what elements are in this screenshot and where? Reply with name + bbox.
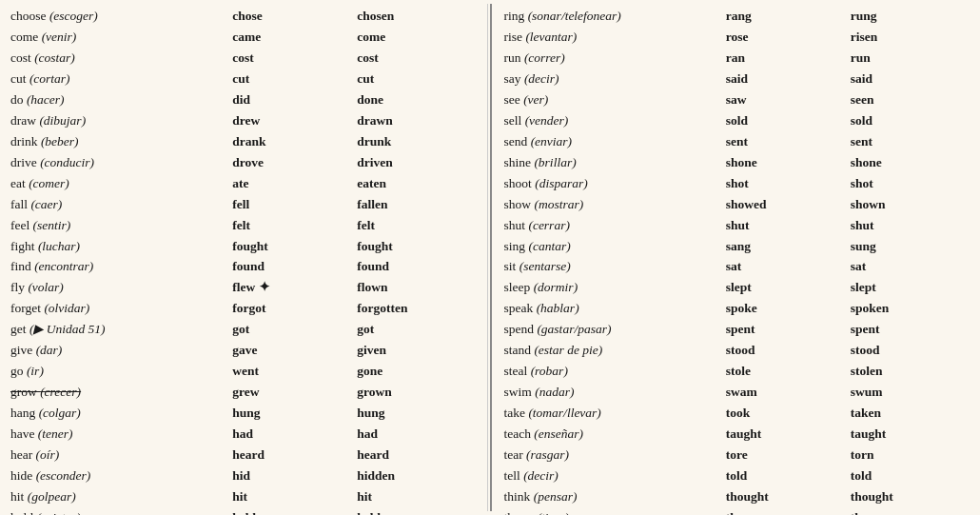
past-participle: grown (354, 382, 479, 403)
past-participle: shut (848, 214, 972, 235)
past-simple: did (229, 89, 354, 110)
base-form: forget (olvidar) (8, 298, 229, 319)
past-participle: got (354, 319, 479, 340)
past-participle: done (354, 89, 479, 110)
table-row: swim (nadar)swamswum (501, 382, 973, 403)
table-row: come (venir)camecome (8, 27, 480, 48)
table-row: steal (robar)stolestolen (501, 361, 973, 382)
past-simple: drove (229, 152, 354, 173)
past-participle: chosen (354, 6, 479, 27)
base-form: choose (escoger) (8, 6, 229, 27)
base-form: fall (caer) (8, 193, 229, 214)
table-row: drive (conducir)drovedriven (8, 152, 480, 173)
base-form: steal (robar) (501, 361, 723, 382)
table-row: fall (caer)fellfallen (8, 193, 480, 214)
base-form: hang (colgar) (8, 403, 229, 424)
past-simple: stood (723, 340, 848, 361)
past-simple: shone (723, 152, 848, 173)
past-participle: sold (848, 110, 972, 131)
past-participle: run (848, 48, 972, 69)
past-simple: flew ✦ (229, 277, 354, 298)
table-row: see (ver)sawseen (501, 89, 973, 110)
past-participle: flown (354, 277, 479, 298)
base-form: have (tener) (8, 424, 229, 445)
table-row: go (ir)wentgone (8, 361, 480, 382)
past-simple: stole (723, 361, 848, 382)
base-form: run (correr) (501, 48, 723, 69)
past-participle: taught (848, 424, 972, 445)
table-row: cost (costar)costcost (8, 48, 480, 69)
past-participle: thrown (848, 507, 972, 516)
past-participle: spoken (848, 298, 972, 319)
base-form: feel (sentir) (8, 214, 229, 235)
table-row: feel (sentir)feltfelt (8, 214, 480, 235)
table-row: think (pensar)thoughtthought (501, 486, 973, 507)
table-row: give (dar)gavegiven (8, 340, 480, 361)
table-row: say (decir)saidsaid (501, 69, 973, 89)
base-form: drink (beber) (8, 131, 229, 152)
base-form: hear (oír) (8, 445, 229, 465)
past-simple: forgot (229, 298, 354, 319)
past-simple: rang (723, 6, 848, 27)
base-form: send (enviar) (501, 131, 723, 152)
table-row: hide (esconder)hidhidden (8, 465, 480, 486)
base-form: sit (sentarse) (501, 256, 723, 277)
base-form: shoot (disparar) (501, 173, 723, 194)
past-participle: torn (848, 445, 972, 465)
past-simple: gave (229, 340, 354, 361)
table-row: show (mostrar)showedshown (501, 193, 973, 214)
table-row: rise (levantar)roserisen (501, 27, 973, 48)
past-participle: come (354, 27, 479, 48)
past-participle: seen (848, 89, 972, 110)
past-participle: driven (354, 152, 479, 173)
past-participle: shot (848, 173, 972, 194)
table-row: ring (sonar/telefonear)rangrung (501, 6, 973, 27)
past-participle: forgotten (354, 298, 479, 319)
base-form: fly (volar) (8, 277, 229, 298)
base-form: do (hacer) (8, 89, 229, 110)
base-form: cut (cortar) (8, 69, 229, 89)
past-participle: felt (354, 214, 479, 235)
past-participle: sat (848, 256, 972, 277)
past-simple: chose (229, 6, 354, 27)
past-simple: felt (229, 214, 354, 235)
table-row: tear (rasgar)toretorn (501, 445, 973, 465)
base-form: fight (luchar) (8, 235, 229, 256)
past-simple: shot (723, 173, 848, 194)
base-form: throw (tirar) (501, 507, 723, 516)
table-row: shut (cerrar)shutshut (501, 214, 973, 235)
right-table: ring (sonar/telefonear)rangrungrise (lev… (501, 6, 973, 515)
table-row: hit (golpear)hithit (8, 486, 480, 507)
table-row: cut (cortar)cutcut (8, 69, 480, 89)
past-participle: cut (354, 69, 479, 89)
table-row: forget (olvidar)forgotforgotten (8, 298, 480, 319)
base-form: ring (sonar/telefonear) (501, 6, 723, 27)
past-participle: told (848, 465, 972, 486)
past-simple: held (229, 507, 354, 516)
base-form: take (tomar/llevar) (501, 403, 723, 424)
past-simple: took (723, 403, 848, 424)
base-form: shut (cerrar) (501, 214, 723, 235)
table-row: shoot (disparar)shotshot (501, 173, 973, 194)
past-simple: showed (723, 193, 848, 214)
past-simple: fought (229, 235, 354, 256)
past-simple: went (229, 361, 354, 382)
past-participle: gone (354, 361, 479, 382)
base-form: stand (estar de pie) (501, 340, 723, 361)
column-divider (490, 4, 492, 511)
past-simple: grew (229, 382, 354, 403)
past-participle: heard (354, 445, 479, 465)
page-container: choose (escoger)chosechosencome (venir)c… (0, 0, 980, 515)
table-row: sell (vender)soldsold (501, 110, 973, 131)
past-participle: drunk (354, 131, 479, 152)
base-form: speak (hablar) (501, 298, 723, 319)
past-participle: spent (848, 319, 972, 340)
past-simple: ran (723, 48, 848, 69)
base-form: hold (sujetar) (8, 507, 229, 516)
base-form: sing (cantar) (501, 235, 723, 256)
base-form: eat (comer) (8, 173, 229, 194)
table-row: stand (estar de pie)stoodstood (501, 340, 973, 361)
table-row: hang (colgar)hunghung (8, 403, 480, 424)
past-simple: sang (723, 235, 848, 256)
past-participle: hit (354, 486, 479, 507)
